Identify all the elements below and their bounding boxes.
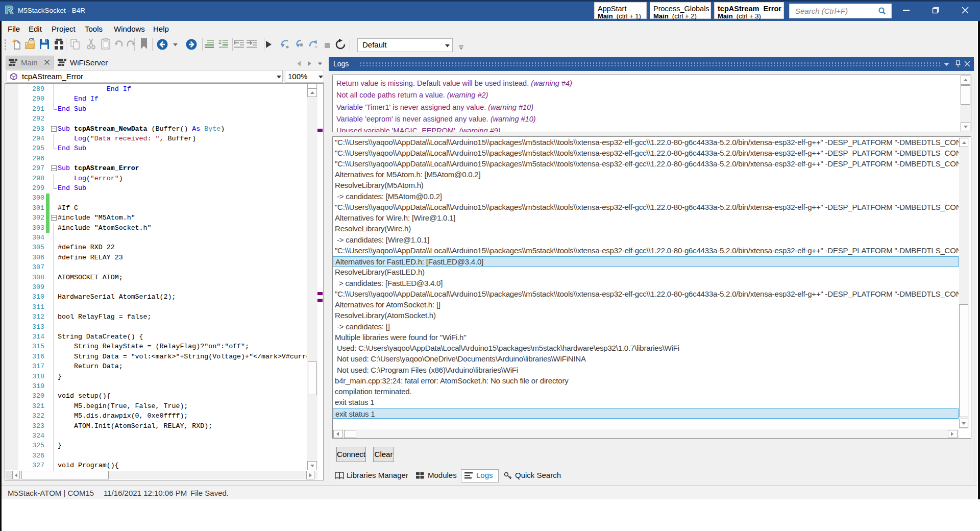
svg-text:2: 2: [218, 39, 222, 45]
